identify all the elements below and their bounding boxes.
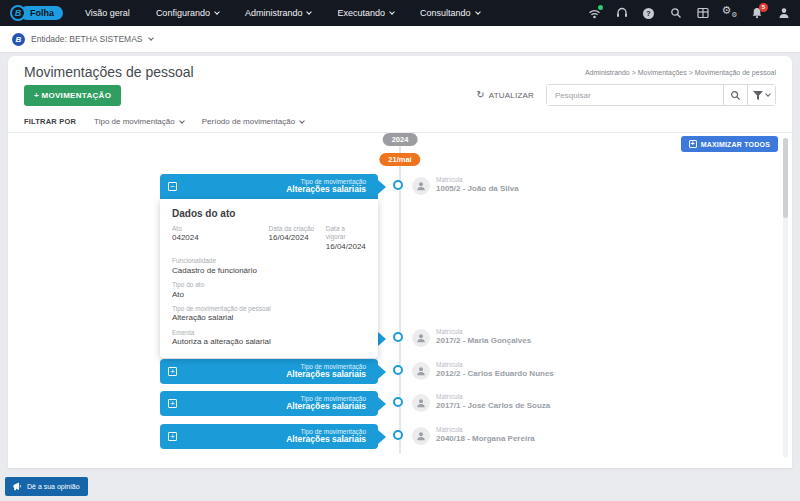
person-icon — [416, 333, 426, 343]
timeline-node[interactable] — [393, 180, 403, 190]
main-nav: Visão geral Configurando Administrando E… — [85, 8, 480, 18]
field-tipo-movimentacao-pessoal: Tipo de movimentação de pessoal Alteraçã… — [172, 305, 366, 324]
timeline-node[interactable] — [393, 430, 403, 440]
search-group — [546, 84, 776, 106]
timeline-node[interactable] — [393, 332, 403, 342]
page-background: Movimentações de pessoal Administrando >… — [0, 53, 800, 501]
avatar — [412, 362, 430, 380]
employee-info: Matrícula 2017/1 - José Carlos de Souza — [436, 393, 550, 411]
chevron-down-icon[interactable] — [148, 35, 154, 41]
person-icon — [416, 366, 426, 376]
chevron-down-icon — [307, 9, 313, 15]
chevron-down-icon — [299, 118, 305, 124]
top-navigation-bar: B Folha Visão geral Configurando Adminis… — [0, 0, 800, 26]
chevron-down-icon — [475, 9, 481, 15]
person-icon — [416, 398, 426, 408]
avatar — [412, 394, 430, 412]
movement-ribbon-expanded[interactable]: − Tipo de movimentação Alterações salari… — [160, 174, 378, 199]
timeline-year-badge: 2024 — [383, 133, 418, 146]
megaphone-icon — [13, 482, 22, 491]
field-tipo-do-ato: Tipo do ato Ato — [172, 281, 366, 300]
filter-periodo-movimentacao[interactable]: Período de movimentação — [202, 117, 304, 126]
nav-visao-geral[interactable]: Visão geral — [85, 8, 130, 18]
employee-info: Matrícula 2017/2 - Maria Gonçalves — [436, 328, 531, 346]
expand-icon[interactable]: + — [168, 399, 177, 408]
toolbar-right: ↻ ATUALIZAR — [476, 84, 776, 106]
timeline: 2024 21/mai + MAXIMIZAR TODOS − Tipo de … — [8, 133, 792, 468]
help-icon[interactable]: ? — [642, 7, 655, 20]
movement-ribbon[interactable]: + Tipo de movimentação Alterações salari… — [160, 424, 378, 449]
employee-info: Matrícula 1005/2 - João da Silva — [436, 176, 519, 194]
nav-executando[interactable]: Executando — [337, 8, 394, 18]
employee-info: Matrícula 2012/2 - Carlos Eduardo Nunes — [436, 361, 554, 379]
apps-grid-icon[interactable] — [696, 7, 709, 20]
filter-bar: FILTRAR POR Tipo de movimentação Período… — [8, 112, 792, 133]
ato-detail-card: Dados do ato Ato 042024 Data da criação … — [160, 199, 378, 358]
advanced-filter-button[interactable] — [747, 85, 775, 105]
app-logo[interactable]: B Folha — [10, 5, 63, 21]
user-icon[interactable] — [777, 7, 790, 20]
bell-icon[interactable]: 5 — [750, 7, 763, 20]
search-input[interactable] — [547, 85, 723, 105]
plus-square-icon: + — [689, 140, 697, 148]
person-icon — [416, 181, 426, 191]
timeline-date-badge: 21/mai — [379, 153, 420, 166]
timeline-scrollbar-thumb[interactable] — [783, 138, 788, 218]
refresh-icon: ↻ — [476, 90, 485, 100]
chevron-down-icon — [179, 118, 185, 124]
feedback-button[interactable]: Dê a sua opinião — [5, 477, 88, 496]
product-name: Folha — [20, 6, 63, 20]
entity-bar: B Entidade: BETHA SISTEMAS — [0, 26, 800, 53]
filter-tipo-movimentacao[interactable]: Tipo de movimentação — [94, 117, 184, 126]
field-data-criacao: Data da criação 16/04/2024 — [269, 225, 326, 252]
ribbon-arrow — [378, 365, 386, 379]
ribbon-arrow — [378, 332, 386, 346]
page-title: Movimentações de pessoal — [24, 64, 194, 80]
ribbon-arrow — [378, 397, 386, 411]
add-movimentacao-button[interactable]: + MOVIMENTAÇÃO — [24, 85, 121, 106]
maximize-all-button[interactable]: + MAXIMIZAR TODOS — [681, 136, 778, 152]
avatar — [412, 177, 430, 195]
nav-configurando[interactable]: Configurando — [156, 8, 219, 18]
breadcrumb[interactable]: Administrando > Movimentações > Moviment… — [585, 69, 776, 76]
field-funcionalidade: Funcionalidade Cadastro de funcionário — [172, 257, 366, 276]
detail-card-title: Dados do ato — [172, 208, 366, 219]
person-icon — [416, 431, 426, 441]
funnel-icon — [753, 91, 763, 100]
avatar — [412, 329, 430, 347]
field-ato: Ato 042024 — [172, 225, 269, 252]
chevron-down-icon — [214, 9, 220, 15]
expand-icon[interactable]: + — [168, 367, 177, 376]
refresh-button[interactable]: ↻ ATUALIZAR — [476, 90, 534, 100]
notification-badge: 5 — [759, 3, 768, 12]
movement-ribbon[interactable]: + Tipo de movimentação Alterações salari… — [160, 391, 378, 416]
toolbar: + MOVIMENTAÇÃO ↻ ATUALIZAR — [8, 80, 792, 112]
search-icon[interactable] — [669, 7, 682, 20]
nav-administrando[interactable]: Administrando — [245, 8, 312, 18]
timeline-node[interactable] — [393, 397, 403, 407]
content-card: Movimentações de pessoal Administrando >… — [8, 56, 792, 468]
timeline-scrollbar-track[interactable] — [783, 138, 788, 458]
timeline-node[interactable] — [393, 365, 403, 375]
nav-consultando[interactable]: Consultando — [420, 8, 480, 18]
expand-icon[interactable]: + — [168, 432, 177, 441]
field-ementa: Ementa Autoriza a alteração salarial — [172, 329, 366, 348]
search-icon — [730, 90, 741, 101]
headset-icon[interactable] — [615, 7, 628, 20]
betha-logo-icon: B — [10, 5, 26, 21]
ribbon-arrow — [378, 180, 386, 194]
card-header: Movimentações de pessoal Administrando >… — [8, 56, 792, 80]
wifi-icon[interactable] — [588, 7, 601, 20]
topbar-icons: ? ⚙⚙ 5 — [588, 7, 790, 20]
betha-entity-icon: B — [12, 33, 25, 46]
filter-by-label: FILTRAR POR — [24, 117, 76, 126]
chevron-down-icon — [765, 91, 771, 97]
chevron-down-icon — [389, 9, 395, 15]
movement-ribbon[interactable]: + Tipo de movimentação Alterações salari… — [160, 359, 378, 384]
entity-selector-label[interactable]: Entidade: BETHA SISTEMAS — [31, 34, 143, 44]
gears-icon[interactable]: ⚙⚙ — [723, 7, 736, 20]
employee-info: Matrícula 2040/18 - Morgana Pereira — [436, 426, 535, 444]
search-submit-button[interactable] — [723, 85, 747, 105]
field-data-vigorar: Data a vigorar 16/04/2024 — [326, 225, 366, 252]
collapse-icon[interactable]: − — [168, 182, 177, 191]
